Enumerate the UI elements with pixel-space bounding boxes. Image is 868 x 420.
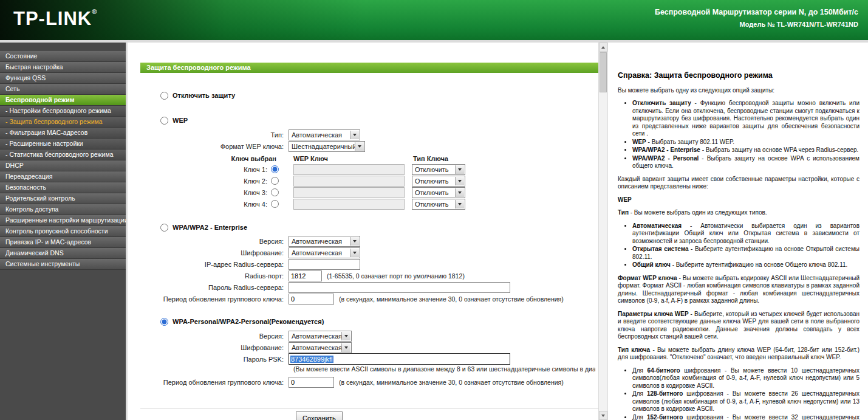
wep-key1-radio[interactable]: [271, 165, 279, 173]
wep-key-table-header: Ключ выбран WEP Ключ Тип Ключа: [128, 154, 598, 164]
sidebar-item-qss[interactable]: Функция QSS: [0, 73, 126, 84]
help-bullet-wep: WEP - Выбрать защиту 802.11 WEP.: [632, 139, 859, 146]
personal-cipher-select[interactable]: Автоматическая: [289, 342, 352, 353]
chevron-down-icon: [341, 332, 350, 340]
help-bullet-text: - Выберите аутентификацию на основе Обще…: [671, 261, 847, 268]
help-lead: Тип: [618, 209, 629, 216]
personal-cipher-row: Шифрование: Автоматическая: [128, 342, 598, 353]
help-bullet-152bit: Для 152-битного шифрования - Вы можете в…: [632, 414, 859, 420]
psk-password-label: Пароль PSK:: [128, 356, 289, 363]
wep-radio[interactable]: [160, 117, 168, 125]
tplink-logo: TP-LINK®: [13, 8, 97, 30]
personal-group-key-input[interactable]: [289, 377, 334, 388]
radius-ip-input[interactable]: [289, 259, 360, 270]
wep-type-select[interactable]: Автоматическая: [289, 129, 360, 140]
sidebar-item-ip-mac-binding[interactable]: Привязка IP- и MAC-адресов: [0, 237, 126, 248]
chevron-down-icon: [355, 142, 364, 151]
help-bullet-128bit: Для 128-битного шифрования - Вы можете в…: [632, 390, 859, 413]
sidebar-item-wireless[interactable]: Беспроводной режим: [0, 95, 126, 106]
sidebar-item-dhcp[interactable]: DHCP: [0, 160, 126, 171]
help-lead: Тип ключа: [618, 346, 650, 353]
psk-password-input[interactable]: 873462899jkfl: [289, 353, 510, 365]
wep-key3-type-select[interactable]: Отключить: [412, 187, 465, 198]
enterprise-group-key-input[interactable]: [289, 294, 334, 305]
wep-key2-radio[interactable]: [271, 177, 279, 185]
sidebar-item-quick-setup[interactable]: Быстрая настройка: [0, 62, 126, 73]
wep-key3-input[interactable]: [293, 187, 405, 198]
personal-version-select[interactable]: Автоматическая: [289, 331, 352, 342]
radius-password-input[interactable]: [289, 282, 510, 293]
sidebar-item-forwarding[interactable]: Переадресация: [0, 171, 126, 182]
wep-key-row-2: Ключ 2: Отключить: [128, 175, 598, 187]
wep-key3-radio[interactable]: [271, 188, 279, 196]
top-banner: TP-LINK® Беспроводной Маршрутизатор сери…: [0, 0, 868, 40]
security-option-wep[interactable]: WEP: [160, 116, 598, 125]
save-row: Сохранить: [296, 411, 598, 420]
security-option-disable[interactable]: Отключить защиту: [160, 91, 598, 100]
sidebar-item-security[interactable]: Безопасность: [0, 182, 126, 193]
sidebar-item-parental-control[interactable]: Родительский контроль: [0, 193, 126, 204]
security-option-personal[interactable]: WPA-Personal/WPA2-Personal(Рекомендуется…: [160, 317, 598, 326]
sidebar-item-wireless-statistics[interactable]: - Статистика беспроводного режима: [0, 150, 126, 160]
enterprise-version-value: Автоматическая: [292, 238, 342, 245]
help-bullet-lead: WEP: [632, 139, 646, 145]
personal-radio[interactable]: [160, 318, 168, 326]
wep-format-select[interactable]: Шестнадцатеричный: [289, 141, 365, 152]
wep-key1-type-select[interactable]: Отключить: [412, 164, 465, 175]
logo-text: TP-LINK: [13, 8, 92, 29]
radius-password-row: Пароль Radius-сервера:: [128, 281, 598, 293]
enterprise-group-key-label: Период обновления группового ключа:: [128, 295, 289, 303]
wep-key2-input[interactable]: [293, 176, 405, 187]
sidebar-item-status[interactable]: Состояние: [0, 51, 126, 62]
help-bullet-pre: Для: [632, 367, 648, 374]
vertical-scrollbar[interactable]: [598, 43, 607, 420]
enterprise-cipher-select[interactable]: Автоматическая: [289, 247, 360, 258]
enterprise-version-row: Версия: Автоматическая: [128, 235, 598, 247]
column-key-type: Тип Ключа: [413, 155, 448, 162]
sidebar-item-wireless-security[interactable]: - Защита беспроводного режима: [0, 117, 126, 128]
wep-key2-type-select[interactable]: Отключить: [412, 176, 465, 187]
sidebar-item-mac-filtering[interactable]: - Фильтрация MAC-адресов: [0, 128, 126, 139]
help-type-paragraph: Тип - Вы можете выбрать один из следующи…: [618, 209, 859, 217]
wep-format-label: Формат WEP ключа:: [128, 143, 289, 150]
enterprise-version-select[interactable]: Автоматическая: [289, 236, 360, 247]
security-option-enterprise[interactable]: WPA/WPA2 - Enterprise: [160, 223, 598, 232]
wep-key1-input[interactable]: [293, 164, 405, 175]
sidebar-item-access-control[interactable]: Контроль доступа: [0, 204, 126, 215]
radius-port-input[interactable]: [289, 270, 322, 281]
sidebar-item-dynamic-dns[interactable]: Динамический DNS: [0, 248, 126, 259]
help-lead: Параметры ключа WEP: [618, 311, 689, 317]
wep-key4-type-select[interactable]: Отключить: [412, 199, 465, 210]
wep-key4-input[interactable]: [293, 199, 405, 210]
wep-format-value: Шестнадцатеричный: [292, 143, 357, 150]
enterprise-radio[interactable]: [160, 224, 168, 232]
wep-key2-label: Ключ 2:: [128, 177, 267, 185]
wep-key4-radio[interactable]: [271, 200, 279, 208]
wep-key-row-4: Ключ 4: Отключить: [128, 198, 598, 210]
psk-password-value: 873462899jkfl: [290, 356, 333, 363]
enterprise-group-key-note: (в секундах, минимальное значение 30, 0 …: [339, 295, 564, 303]
help-panel: Справка: Защита беспроводного режима Вы …: [608, 43, 868, 420]
personal-version-label: Версия:: [128, 332, 289, 340]
wep-key2-type-value: Отключить: [415, 177, 449, 185]
radius-ip-row: IP-адрес Radius-сервера:: [128, 258, 598, 270]
help-each-option: Каждый вариант защиты имеет свои собстве…: [618, 176, 859, 191]
psk-note: (Вы можете ввести ASCII символы в диапаз…: [293, 365, 595, 373]
save-button[interactable]: Сохранить: [296, 411, 343, 420]
sidebar-item-advanced-wireless[interactable]: - Расширенные настройки: [0, 139, 126, 150]
form-divider: [140, 408, 598, 408]
scroll-down-button[interactable]: [599, 411, 607, 420]
sidebar-item-wireless-settings[interactable]: - Настройки беспроводного режима: [0, 106, 126, 117]
enterprise-cipher-row: Шифрование: Автоматическая: [128, 247, 598, 258]
help-bullet-shared: Общий ключ - Выберите аутентификацию на …: [632, 261, 859, 269]
sidebar-item-bandwidth-control[interactable]: Контроль пропускной способности: [0, 226, 126, 237]
enterprise-group-key-row: Период обновления группового ключа: (в с…: [128, 293, 598, 305]
sidebar-item-system-tools[interactable]: Системные инструменты: [0, 259, 126, 270]
scroll-up-button[interactable]: [599, 43, 607, 52]
scrollbar-thumb[interactable]: [600, 52, 607, 92]
disable-security-radio[interactable]: [160, 92, 168, 100]
sidebar-item-advanced-routing[interactable]: Расширенные настройки маршрутизации: [0, 215, 126, 226]
sidebar-item-network[interactable]: Сеть: [0, 84, 126, 95]
personal-group-key-label: Период обновления группового ключа:: [128, 379, 289, 386]
help-bullet-text: - Выбрать защиту 802.11 WEP.: [646, 139, 734, 145]
